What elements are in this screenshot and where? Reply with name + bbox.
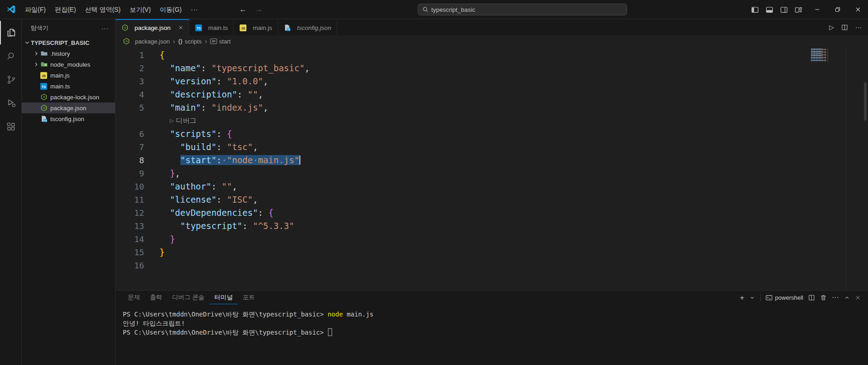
code-line-10: 10 "author": "", bbox=[116, 180, 868, 193]
line-number: 16 bbox=[116, 259, 144, 272]
activity-run-debug[interactable] bbox=[0, 92, 21, 115]
tree-item-node_modules[interactable]: node_modules bbox=[22, 59, 115, 70]
folder-gray-icon bbox=[40, 50, 48, 57]
line-number: 2 bbox=[116, 62, 144, 75]
svg-text:JS: JS bbox=[123, 26, 126, 29]
panel-tab-터미널[interactable]: 터미널 bbox=[209, 291, 238, 304]
tab-main.ts[interactable]: TSmain.ts bbox=[189, 19, 234, 35]
customize-layout-icon[interactable] bbox=[795, 6, 802, 14]
maximize-panel-icon[interactable] bbox=[844, 295, 850, 301]
toggle-panel-icon[interactable] bbox=[766, 6, 773, 14]
js-icon: JS bbox=[239, 24, 247, 31]
split-editor-icon[interactable] bbox=[841, 24, 848, 31]
tab-main.js[interactable]: JSmain.js bbox=[234, 19, 278, 35]
panel-tab-포트[interactable]: 포트 bbox=[238, 291, 260, 304]
svg-text:TS: TS bbox=[42, 85, 46, 89]
kill-terminal-icon[interactable] bbox=[820, 294, 827, 301]
close-window-icon[interactable] bbox=[848, 0, 868, 19]
breadcrumb-item-scripts[interactable]: {}scripts bbox=[178, 38, 202, 45]
file-tree: .historynode_modulesJSmain.jsTSmain.tsJS… bbox=[22, 48, 115, 124]
terminal-instance-tab[interactable]: powershell bbox=[766, 294, 803, 301]
tree-item-main.ts[interactable]: TSmain.ts bbox=[22, 81, 115, 92]
tab-tsconfig.json[interactable]: TStsconfig.json bbox=[278, 19, 337, 35]
minimap[interactable] bbox=[811, 49, 828, 62]
explorer-sidebar: 탐색기 ··· TYPESCRIPT_BASIC .historynode_mo… bbox=[22, 19, 116, 365]
braces-icon: {} bbox=[178, 38, 182, 44]
tab-label: main.js bbox=[253, 24, 272, 31]
panel-tab-출력[interactable]: 출력 bbox=[145, 291, 167, 304]
window-controls bbox=[751, 0, 868, 19]
svg-text:JS: JS bbox=[241, 26, 245, 30]
tree-root[interactable]: TYPESCRIPT_BASIC bbox=[22, 37, 115, 48]
code-editor[interactable]: 1{2 "name": "typescript_basic",3 "versio… bbox=[116, 47, 868, 290]
tree-item-package-lock.json[interactable]: JSpackage-lock.json bbox=[22, 92, 115, 102]
tree-root-label: TYPESCRIPT_BASIC bbox=[31, 39, 89, 46]
code-line-5: 5 "main": "index.js", bbox=[116, 101, 868, 114]
command-center-search[interactable]: typescript_basic bbox=[418, 4, 627, 15]
breadcrumb-separator: › bbox=[173, 38, 175, 45]
svg-text:TS: TS bbox=[196, 26, 201, 30]
chevron-right-icon bbox=[33, 61, 40, 68]
code-content: { bbox=[159, 49, 164, 62]
tree-item-.history[interactable]: .history bbox=[22, 48, 115, 59]
search-icon bbox=[422, 6, 429, 13]
tree-item-tsconfig.json[interactable]: TStsconfig.json bbox=[22, 113, 115, 124]
activity-explorer[interactable] bbox=[0, 21, 21, 44]
chevron-spacer bbox=[33, 83, 40, 90]
new-terminal-button[interactable]: + bbox=[740, 294, 744, 302]
menu-item-1[interactable]: 편집(E) bbox=[50, 0, 81, 19]
back-icon[interactable]: ← bbox=[239, 5, 247, 14]
terminal[interactable]: PS C:\Users\tmddn\OneDrive\바탕 화면\typescr… bbox=[116, 304, 868, 337]
chevron-spacer bbox=[33, 115, 40, 122]
codelens-debug[interactable]: ▷디버그 bbox=[116, 114, 868, 127]
code-line-1: 1{ bbox=[116, 49, 868, 62]
menu-item-2[interactable]: 선택 영역(S) bbox=[81, 0, 125, 19]
files-icon bbox=[6, 27, 17, 38]
restore-icon[interactable] bbox=[827, 0, 848, 19]
panel-tab-문제[interactable]: 문제 bbox=[123, 291, 145, 304]
run-debug-icon bbox=[6, 98, 17, 109]
split-terminal-icon[interactable] bbox=[808, 294, 815, 301]
editor-scrollbar[interactable] bbox=[864, 83, 867, 121]
menu-overflow-icon[interactable]: ··· bbox=[186, 6, 203, 13]
activity-source-control[interactable] bbox=[0, 68, 21, 92]
breadcrumb-separator: › bbox=[205, 38, 207, 45]
menu-item-0[interactable]: 파일(F) bbox=[20, 0, 50, 19]
tree-item-label: main.js bbox=[50, 72, 70, 79]
run-button[interactable]: ▷ bbox=[829, 24, 834, 31]
tsconfig-icon: TS bbox=[40, 115, 48, 122]
menu-item-3[interactable]: 보기(V) bbox=[125, 0, 155, 19]
sidebar-more-icon[interactable]: ··· bbox=[101, 25, 109, 32]
editor-more-icon[interactable]: ··· bbox=[855, 24, 862, 31]
activity-search[interactable] bbox=[0, 44, 21, 68]
chevron-spacer bbox=[33, 72, 40, 79]
npm-icon: JS bbox=[40, 104, 48, 112]
sidebar-header: 탐색기 ··· bbox=[22, 19, 115, 37]
panel-more-icon[interactable]: ··· bbox=[832, 293, 839, 302]
code-content: "description": "", bbox=[159, 88, 263, 101]
ts-icon: TS bbox=[195, 24, 203, 31]
code-content: "author": "", bbox=[159, 180, 237, 193]
breadcrumb-item-start[interactable]: abstart bbox=[210, 38, 231, 45]
editor-tab-bar: JSpackage.jsonTSmain.tsJSmain.jsTStsconf… bbox=[116, 19, 868, 35]
activity-extensions[interactable] bbox=[0, 115, 21, 139]
close-tab-icon[interactable] bbox=[178, 25, 183, 30]
sidebar-title: 탐색기 bbox=[31, 24, 101, 32]
close-panel-icon[interactable] bbox=[855, 295, 861, 301]
breadcrumb-item-package.json[interactable]: JSpackage.json bbox=[122, 38, 170, 45]
tab-package.json[interactable]: JSpackage.json bbox=[116, 19, 189, 35]
chevron-down-icon bbox=[24, 39, 31, 46]
minimize-icon[interactable] bbox=[807, 0, 827, 19]
tree-item-package.json[interactable]: JSpackage.json bbox=[22, 102, 115, 113]
menu-item-4[interactable]: 이동(G) bbox=[155, 0, 186, 19]
launch-profile-chevron-icon[interactable] bbox=[749, 295, 755, 301]
npm-icon: JS bbox=[122, 38, 130, 45]
tree-item-main.js[interactable]: JSmain.js bbox=[22, 70, 115, 81]
chevron-spacer bbox=[33, 104, 40, 112]
code-line-7: 7 "build": "tsc", bbox=[116, 141, 868, 154]
panel-tab-디버그 콘솔[interactable]: 디버그 콘솔 bbox=[167, 291, 209, 304]
code-content: "typescript": "^5.3.3" bbox=[159, 219, 294, 233]
toggle-sidebar-icon[interactable] bbox=[751, 6, 759, 14]
breadcrumb-label: package.json bbox=[135, 38, 170, 45]
toggle-secondary-sidebar-icon[interactable] bbox=[780, 6, 788, 14]
